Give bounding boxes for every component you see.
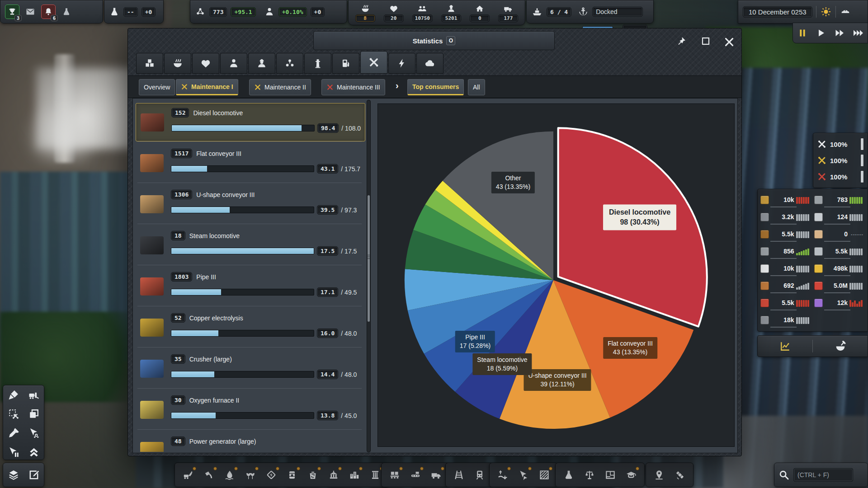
new-item-dot (338, 467, 342, 470)
stats-tab-weather[interactable] (416, 53, 443, 74)
consumer-value-badge: 14.4 (317, 370, 338, 379)
tool-cursorpause[interactable] (4, 442, 23, 461)
pin-window-button[interactable] (676, 36, 687, 47)
consumer-row[interactable]: 1517 Flat conveyor III 43.1 / 175.7 (136, 144, 365, 183)
build-button-cap[interactable] (622, 465, 641, 484)
list-scrollbar[interactable] (367, 100, 371, 452)
stats-graph-button[interactable] (758, 336, 812, 357)
colony-stat-health: 20 (384, 4, 404, 22)
stock-bars (796, 248, 811, 255)
stats-tab-boxes[interactable] (136, 53, 163, 74)
window-title-bar[interactable]: Statistics O (313, 31, 555, 50)
health-icon (388, 4, 399, 14)
new-item-dot (399, 467, 403, 470)
consumer-name: U-shape conveyor III (196, 191, 255, 198)
consumer-row[interactable]: 1803 Pipe III 17.1 / 49.5 (136, 267, 365, 306)
consumer-progress-bar (171, 289, 314, 296)
statistics-content: 152 Diesel locomotive 98.4 / 108.0 1517 … (132, 98, 738, 453)
pie-label-other: Other43 (13.35%) (491, 172, 535, 193)
build-button-rails[interactable] (449, 465, 468, 484)
health-icon (200, 57, 212, 69)
tool-pipette[interactable] (4, 423, 23, 442)
build-button-flask[interactable] (559, 465, 578, 484)
consumer-row[interactable]: 1306 U-shape conveyor III 39.5 / 97.3 (136, 185, 365, 224)
build-button-excavator[interactable] (179, 465, 198, 484)
fast-forward-button[interactable] (832, 26, 847, 40)
consumer-name: Copper electrolysis (189, 314, 243, 322)
build-button-city[interactable] (345, 465, 364, 484)
build-button-truck[interactable] (427, 465, 446, 484)
subtab-maintenance-2[interactable]: Maintenance II (249, 79, 311, 95)
pie-label-pipe-iii: Pipe III17 (5.28%) (455, 331, 495, 352)
tools-icon (368, 56, 380, 68)
resources-panel: 10k7833.2k1245.5k0------8565.5k10k498k69… (757, 189, 868, 332)
stats-tab-food[interactable] (164, 53, 191, 74)
stock-bars (849, 196, 865, 204)
build-button-capitol[interactable] (324, 465, 343, 484)
build-button-crops[interactable] (241, 465, 260, 484)
build-button-satellite[interactable] (670, 465, 689, 484)
consumer-row[interactable]: 48 Power generator (large) (136, 432, 365, 452)
tool-copy[interactable] (24, 404, 43, 423)
subtab-maintenance-3[interactable]: Maintenance III (321, 79, 385, 95)
pause-button[interactable] (795, 26, 810, 40)
tool-brush[interactable] (4, 385, 23, 404)
messages-button[interactable] (23, 5, 38, 19)
consumer-item-icon (140, 442, 164, 452)
consumer-count-badge: 52 (171, 313, 185, 323)
search-input[interactable] (793, 468, 853, 482)
consumer-row[interactable]: 35 Crusher (large) 14.4 / 48.0 (136, 350, 365, 388)
build-button-barrel[interactable] (283, 465, 302, 484)
close-window-button[interactable] (723, 36, 736, 48)
build-button-terrain[interactable] (493, 465, 512, 484)
play-button[interactable] (814, 26, 828, 40)
stats-tab-tools[interactable] (360, 51, 387, 74)
build-button-harvester[interactable] (514, 465, 533, 484)
list-separator (137, 265, 362, 265)
piston-icon (814, 213, 823, 221)
stats-tab-health[interactable] (192, 53, 219, 74)
subtab-overview[interactable]: Overview (139, 79, 175, 95)
consumer-row[interactable]: 152 Diesel locomotive 98.4 / 108.0 (136, 103, 365, 141)
build-button-pattern[interactable] (535, 465, 554, 484)
ships-count: 6 / 4 (547, 7, 571, 17)
captain-hat-icon[interactable] (840, 6, 851, 18)
tool-upgrade[interactable] (24, 442, 43, 461)
recipes-button[interactable] (813, 336, 868, 357)
build-button-scales[interactable] (580, 465, 599, 484)
build-button-blueprint[interactable] (601, 465, 620, 484)
stats-tab-power[interactable] (388, 53, 415, 74)
objectives-button[interactable]: 3 (5, 5, 19, 19)
consumer-row[interactable]: 30 Oxygen furnace II 13.8 / 45.0 (136, 391, 365, 429)
stats-tab-person[interactable] (220, 53, 247, 74)
consumer-row[interactable]: 18 Steam locomotive 17.5 / 17.5 (136, 226, 365, 265)
consumer-row[interactable]: 52 Copper electrolysis 16.0 / 48.0 (136, 309, 365, 347)
build-button-mappin[interactable] (650, 465, 669, 484)
view-top-consumers[interactable]: Top consumers (407, 79, 464, 95)
tool-cut[interactable] (4, 404, 23, 423)
maximize-window-button[interactable] (700, 36, 711, 47)
tool-bulldozer[interactable] (24, 385, 43, 404)
build-button-pallet[interactable] (385, 465, 404, 484)
build-button-train[interactable] (470, 465, 489, 484)
list-separator (137, 224, 362, 224)
tool-edit[interactable] (24, 465, 43, 484)
research-quick-button[interactable] (59, 5, 74, 19)
stats-tab-worker[interactable] (248, 53, 275, 74)
tool-selectcfg[interactable] (24, 423, 43, 442)
build-button-conveyor[interactable] (406, 465, 425, 484)
stats-tab-chimney[interactable] (304, 53, 331, 74)
stats-tab-pollution[interactable] (276, 53, 303, 74)
build-button-powerd[interactable] (262, 465, 281, 484)
tool-layers[interactable] (4, 465, 23, 484)
fastest-button[interactable] (851, 26, 865, 40)
alerts-count-badge: 6 (51, 15, 58, 21)
build-button-recycle[interactable] (303, 465, 322, 484)
subtab-maintenance-1[interactable]: Maintenance I (176, 79, 238, 95)
list-scrollbar-thumb[interactable] (368, 195, 370, 322)
stats-tab-fuel[interactable] (332, 53, 359, 74)
build-button-pour[interactable] (199, 465, 218, 484)
build-button-water[interactable] (220, 465, 239, 484)
view-all[interactable]: All (468, 79, 485, 95)
alerts-button[interactable]: 6 (41, 5, 56, 19)
